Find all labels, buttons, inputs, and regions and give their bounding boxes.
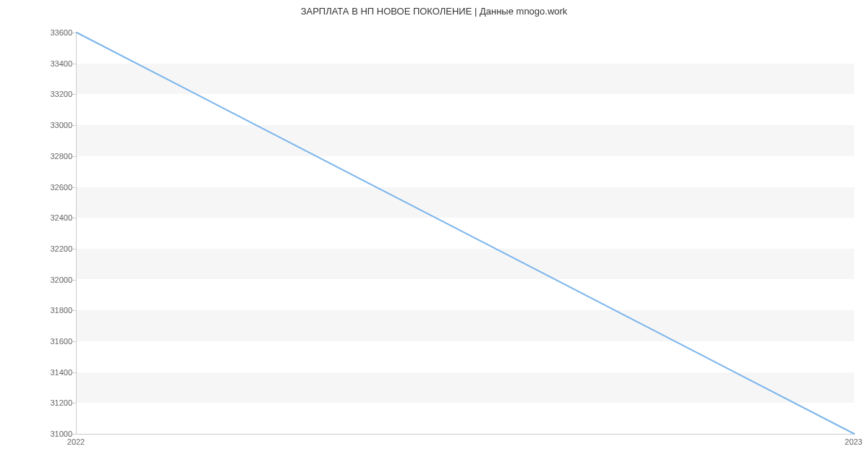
chart-title: ЗАРПЛАТА В НП НОВОЕ ПОКОЛЕНИЕ | Данные m… (0, 6, 868, 17)
y-tick-label: 32800 (36, 152, 72, 161)
y-tick-label: 33200 (36, 90, 72, 98)
y-tick-label: 32000 (36, 275, 72, 284)
y-tick-label: 31800 (36, 306, 72, 315)
y-tick-label: 33000 (36, 121, 72, 129)
y-tick-label: 33400 (36, 59, 72, 68)
x-tick-label: 2022 (67, 437, 85, 446)
y-tick-label: 32200 (36, 244, 72, 253)
y-tick-label: 31600 (36, 337, 72, 346)
line-series (77, 33, 854, 434)
y-tick-label: 32400 (36, 213, 72, 222)
x-tick-label: 2023 (845, 437, 862, 446)
y-tick-label: 31400 (36, 368, 72, 377)
chart-container: ЗАРПЛАТА В НП НОВОЕ ПОКОЛЕНИЕ | Данные m… (0, 0, 868, 470)
y-tick-label: 31200 (36, 398, 72, 407)
plot-area (76, 33, 854, 435)
y-tick-label: 33600 (36, 28, 72, 37)
y-tick-label: 32600 (36, 183, 72, 192)
